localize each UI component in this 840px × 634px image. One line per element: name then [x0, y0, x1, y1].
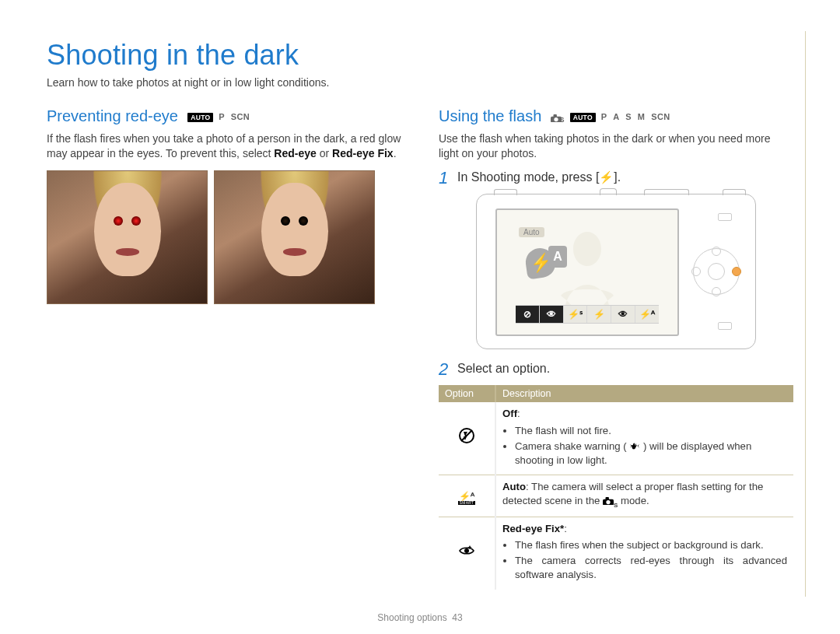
cell-off-icon [439, 402, 495, 475]
page: Shooting in the dark Learn how to take p… [0, 0, 840, 634]
camera-back-figure: Auto ⚡ A ⊘ 👁 ⚡ˢ ⚡ 👁 ⚡ᴬ [476, 194, 756, 349]
subhead-row-left: Preventing red-eye AUTO P SCN [47, 107, 401, 128]
svg-point-8 [464, 548, 469, 553]
body-c: or [317, 147, 332, 159]
mode-m: M [638, 112, 646, 121]
photo-redeye [47, 170, 208, 304]
cell-redeye-fix-icon: 👁 [611, 306, 635, 323]
step-2: 2 Select an option. [439, 360, 793, 379]
flash-options-bar: ⊘ 👁 ⚡ˢ ⚡ 👁 ⚡ᴬ [516, 305, 659, 324]
mode-smart-s: S [560, 116, 565, 124]
heading-using-flash: Using the flash [439, 107, 541, 125]
footer-section: Shooting options [377, 612, 446, 623]
step-1-number: 1 [439, 169, 457, 187]
cell-off-desc: Off: The flash will not fire. Camera sha… [495, 402, 793, 475]
photo-pair [47, 170, 401, 304]
camera-mode-icon [603, 495, 614, 503]
auto-txt-b: mode. [618, 495, 649, 506]
mode-scn2: SCN [651, 112, 670, 121]
svg-rect-1 [553, 114, 556, 117]
off-b1: The flash will not fire. [515, 424, 787, 438]
page-title: Shooting in the dark [47, 39, 793, 72]
cell-redeye-icon2 [439, 517, 495, 590]
svg-point-2 [554, 117, 558, 121]
paragraph-prevent-redeye: If the flash fires when you take a photo… [47, 131, 401, 161]
svg-rect-6 [606, 497, 609, 500]
body-b: Red-eye [274, 147, 316, 159]
flash-auto-small-icon: ⚡ᴬ SMART [458, 492, 476, 505]
mode-a: A [613, 112, 619, 121]
camera-screen: Auto ⚡ A ⊘ 👁 ⚡ˢ ⚡ 👁 ⚡ᴬ [495, 208, 679, 336]
off-b2: Camera shake warning ( ) will be display… [515, 440, 787, 468]
step-2-text: Select an option. [457, 360, 793, 377]
flash-icon: ⚡ [599, 169, 614, 185]
redeye-b2: The camera corrects red-eyes through its… [515, 554, 787, 582]
cam-dpad [693, 248, 740, 295]
redeye-title: Red-eye Fix* [502, 523, 564, 534]
cell-auto-icon: ⚡ᴬ SMART [439, 475, 495, 517]
cell-flash-fill-icon: ⚡ [587, 306, 611, 323]
page-intro: Learn how to take photos at night or in … [47, 76, 793, 89]
mode-s2: S [625, 112, 632, 121]
footer-page: 43 [452, 612, 462, 623]
svg-point-7 [606, 500, 610, 504]
screen-auto-label: Auto [519, 227, 544, 237]
two-columns: Preventing red-eye AUTO P SCN If the fla… [47, 107, 793, 590]
cell-flash-slow-icon: ⚡ˢ [564, 306, 588, 323]
cam-button-bottom [718, 322, 732, 330]
subhead-row-right: Using the flash S AUTO P A S M SCN [439, 107, 793, 128]
row-redeye-fix: Red-eye Fix*: The flash fires when the s… [439, 517, 793, 590]
step-2-number: 2 [439, 360, 457, 379]
flash-auto-big-icon: ⚡ A [516, 240, 565, 286]
heading-prevent-redeye: Preventing red-eye [47, 107, 178, 125]
options-table: Option Description Off: The flash will n… [439, 385, 793, 590]
cell-auto-desc: Auto: The camera will select a proper fl… [495, 475, 793, 517]
page-footer: Shooting options 43 [0, 612, 840, 623]
cell-flash-off-icon: ⊘ [516, 306, 540, 323]
off-title: Off [502, 408, 517, 419]
cell-redeye-desc: Red-eye Fix*: The flash fires when the s… [495, 517, 793, 590]
body-d: Red-eye Fix [332, 147, 394, 159]
col-left: Preventing red-eye AUTO P SCN If the fla… [47, 107, 401, 590]
mode-auto-badge: AUTO [187, 113, 213, 122]
step1-a: In Shooting mode, press [ [457, 170, 599, 184]
cell-flash-auto-icon: ⚡ᴬ [635, 306, 659, 323]
th-description: Description [495, 385, 793, 402]
row-off: Off: The flash will not fire. Camera sha… [439, 402, 793, 475]
redeye-b1: The flash fires when the subject or back… [515, 538, 787, 552]
mode-scn-text: SCN [231, 112, 250, 121]
right-margin-rule [804, 31, 806, 597]
mode-p-text: P [219, 112, 225, 121]
photo-redeye-fixed [214, 170, 375, 304]
mode-p2: P [601, 112, 607, 121]
dpad-right-highlighted [732, 267, 741, 276]
shake-hand-icon [629, 441, 640, 450]
auto-title: Auto [502, 481, 526, 492]
mode-auto-badge-2: AUTO [570, 113, 596, 122]
cam-button-top [718, 213, 732, 221]
step1-b: ]. [614, 170, 621, 184]
step-1: 1 In Shooting mode, press [⚡]. [439, 169, 793, 187]
step-1-text: In Shooting mode, press [⚡]. [457, 169, 793, 186]
th-option: Option [439, 385, 495, 402]
body-e: . [394, 147, 397, 159]
paragraph-using-flash: Use the flash when taking photos in the … [439, 131, 793, 161]
row-auto: ⚡ᴬ SMART Auto: The camera will select a … [439, 475, 793, 517]
cell-redeye-icon: 👁 [540, 306, 564, 323]
col-right: Using the flash S AUTO P A S M SCN Use t… [439, 107, 793, 590]
